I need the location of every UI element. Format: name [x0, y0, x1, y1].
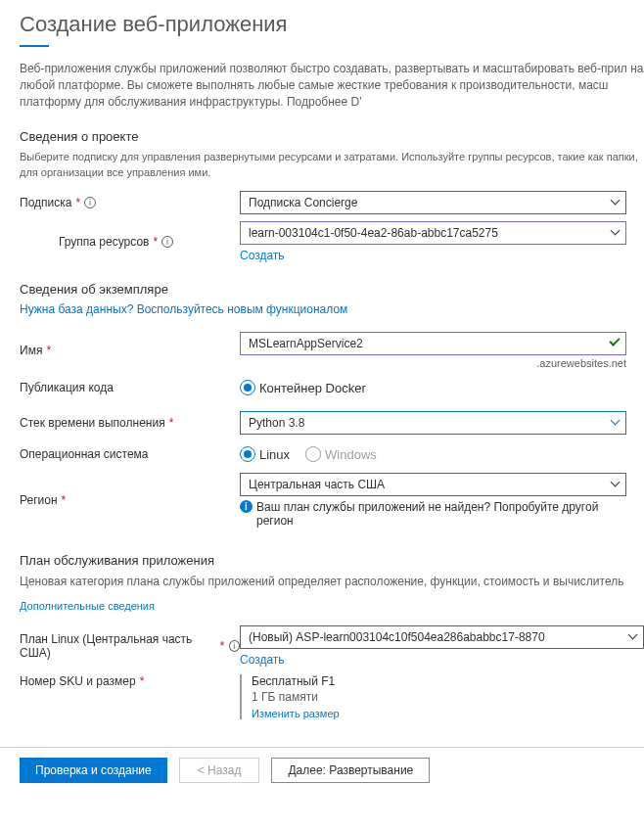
info-icon[interactable]: i — [84, 197, 96, 208]
create-plan-link[interactable]: Создать — [240, 653, 644, 667]
chevron-down-icon — [629, 633, 637, 641]
review-create-button[interactable]: Проверка и создание — [20, 758, 167, 783]
back-button: Назад — [179, 758, 260, 783]
footer-divider — [0, 747, 644, 748]
label-resource-group: Группа ресурсов* i — [20, 235, 240, 249]
resource-group-select[interactable]: learn-003104c1-0f50-4ea2-86ab-abbc17ca52… — [240, 221, 626, 245]
label-subscription: Подписка* i — [20, 196, 240, 209]
plan-desc: Ценовая категория плана службы приложени… — [20, 574, 644, 590]
plan-not-found-info: i Ваш план службы приложений не найден? … — [240, 500, 626, 528]
next-button[interactable]: Далее: Развертывание — [271, 758, 430, 783]
sku-block: Бесплатный F1 1 ГБ памяти Изменить разме… — [240, 674, 626, 719]
label-region: Регион* — [20, 493, 240, 507]
runtime-stack-select[interactable]: Python 3.8 — [240, 411, 626, 435]
plan-details-link[interactable]: Дополнительные сведения — [20, 600, 644, 612]
section-instance: Сведения об экземпляре — [20, 282, 644, 297]
label-publish: Публикация кода — [20, 381, 240, 394]
subscription-select[interactable]: Подписка Concierge — [240, 191, 626, 214]
label-sku: Номер SKU и размер* — [20, 674, 240, 688]
chevron-down-icon — [612, 199, 620, 207]
need-db-link[interactable]: Нужна база данных? Воспользуйтесь новым … — [20, 302, 644, 316]
region-select[interactable]: Центральная часть США — [240, 473, 626, 496]
sku-memory: 1 ГБ памяти — [252, 690, 626, 704]
chevron-down-icon — [612, 481, 620, 488]
linux-plan-select[interactable]: (Новый) ASP-learn003104c10f504ea286ababb… — [240, 625, 644, 649]
intro-text: Веб-приложения службы приложений позволя… — [20, 61, 644, 110]
label-runtime-stack: Стек времени выполнения * — [20, 416, 240, 430]
domain-suffix: .azurewebsites.net — [240, 357, 626, 369]
info-icon[interactable]: i — [161, 236, 173, 248]
radio-linux[interactable]: Linux — [240, 446, 290, 462]
label-os: Операционная система — [20, 447, 240, 461]
project-desc: Выберите подписку для управления разверн… — [20, 150, 644, 180]
radio-windows: Windows — [305, 446, 377, 462]
chevron-down-icon — [612, 419, 620, 427]
check-icon — [609, 336, 620, 346]
info-icon: i — [240, 500, 253, 513]
chevron-down-icon — [612, 229, 620, 237]
page-title: Создание веб-приложения — [20, 0, 644, 45]
name-input[interactable]: MSLearnAppService2 — [240, 332, 626, 355]
label-linux-plan: План Linux (Центральная часть США) * i — [20, 632, 240, 660]
change-size-link[interactable]: Изменить размер — [252, 708, 626, 719]
info-icon[interactable]: i — [229, 640, 241, 652]
sku-name: Бесплатный F1 — [252, 674, 626, 688]
label-name: Имя * — [20, 344, 240, 357]
create-resource-group-link[interactable]: Создать — [240, 249, 626, 262]
section-app-plan: План обслуживания приложения — [20, 553, 644, 568]
section-project: Сведения о проекте — [20, 129, 644, 144]
active-tab-underline — [20, 45, 49, 47]
radio-docker-container[interactable]: Контейнер Docker — [240, 380, 366, 395]
